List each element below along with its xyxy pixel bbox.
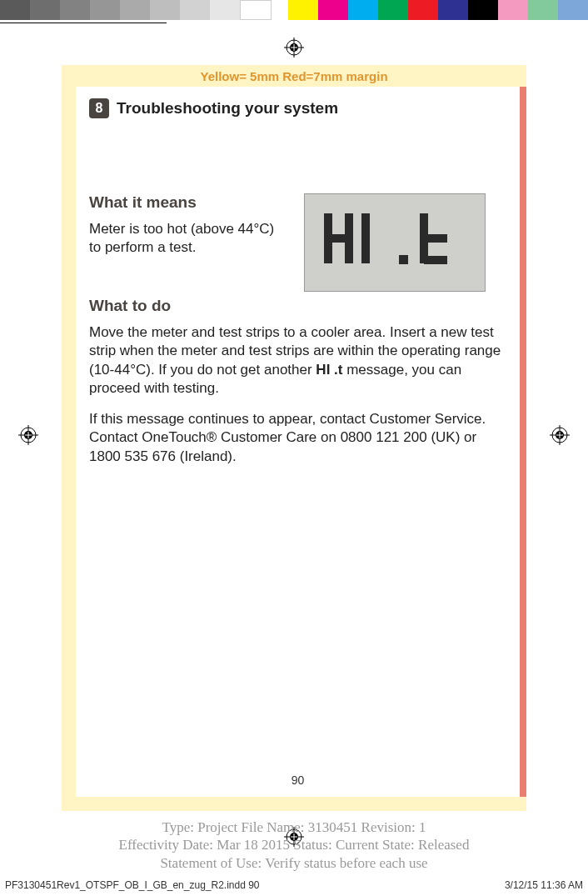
svg-rect-30 bbox=[424, 234, 447, 243]
svg-rect-31 bbox=[424, 256, 447, 264]
chapter-header: 8 Troubleshooting your system bbox=[89, 98, 501, 118]
color-swatch bbox=[528, 0, 558, 20]
color-swatch bbox=[408, 0, 438, 20]
page-bleed-red: 8 Troubleshooting your system What it me… bbox=[76, 87, 526, 797]
meta-line-1: Type: Project File Name: 3130451 Revisio… bbox=[50, 818, 538, 836]
page-number: 90 bbox=[76, 773, 520, 787]
color-calibration-bars bbox=[0, 0, 588, 20]
color-swatch bbox=[318, 0, 348, 20]
color-swatch bbox=[468, 0, 498, 20]
color-swatch bbox=[558, 0, 588, 20]
color-swatch bbox=[0, 0, 30, 20]
section-heading-what-it-means: What it means bbox=[89, 193, 289, 212]
slug-file: PF3130451Rev1_OTSPF_OB_I_GB_en_zug_R2.in… bbox=[5, 879, 260, 891]
meta-line-3: Statement of Use: Verify status before e… bbox=[50, 854, 538, 872]
what-it-means-body: Meter is too hot (above 44°C) to perform… bbox=[89, 220, 289, 258]
body1-part-b: HI .t bbox=[316, 362, 342, 378]
color-swatch bbox=[60, 0, 90, 20]
section-heading-what-to-do: What to do bbox=[89, 297, 501, 315]
color-swatch bbox=[120, 0, 150, 20]
chapter-number-badge: 8 bbox=[89, 98, 109, 118]
svg-rect-26 bbox=[328, 234, 348, 243]
bleed-annotation: Yellow= 5mm Red=7mm margin bbox=[62, 65, 526, 87]
meter-lcd-display bbox=[304, 193, 486, 292]
color-swatch bbox=[288, 0, 318, 20]
svg-rect-28 bbox=[399, 255, 408, 264]
document-metadata: Type: Project File Name: 3130451 Revisio… bbox=[50, 818, 538, 872]
color-swatch bbox=[150, 0, 180, 20]
page-content: 8 Troubleshooting your system What it me… bbox=[76, 87, 520, 797]
slug-timestamp: 3/12/15 11:36 AM bbox=[505, 879, 583, 891]
color-swatch bbox=[30, 0, 60, 20]
registration-mark-icon bbox=[284, 38, 304, 58]
chapter-title: Troubleshooting your system bbox=[117, 99, 338, 118]
page-bleed-yellow: Yellow= 5mm Red=7mm margin 8 Troubleshoo… bbox=[62, 65, 526, 811]
color-swatch bbox=[438, 0, 468, 20]
color-swatch bbox=[90, 0, 120, 20]
color-swatch bbox=[378, 0, 408, 20]
color-swatch bbox=[498, 0, 528, 20]
color-swatch bbox=[210, 0, 240, 20]
what-to-do-body-1: Move the meter and test strips to a cool… bbox=[89, 323, 501, 398]
svg-rect-27 bbox=[361, 213, 370, 263]
trim-rule bbox=[0, 23, 167, 23]
lcd-segment-icon bbox=[320, 209, 470, 276]
color-swatch bbox=[272, 0, 288, 20]
what-to-do-body-2: If this message continues to appear, con… bbox=[89, 410, 501, 466]
color-swatch bbox=[240, 0, 272, 20]
registration-mark-icon bbox=[550, 425, 570, 445]
color-swatch bbox=[348, 0, 378, 20]
meta-line-2: Effectivity Date: Mar 18 2015 Status: Cu… bbox=[50, 836, 538, 853]
registration-mark-icon bbox=[18, 425, 38, 445]
color-swatch bbox=[180, 0, 210, 20]
slug-line: PF3130451Rev1_OTSPF_OB_I_GB_en_zug_R2.in… bbox=[0, 879, 588, 891]
